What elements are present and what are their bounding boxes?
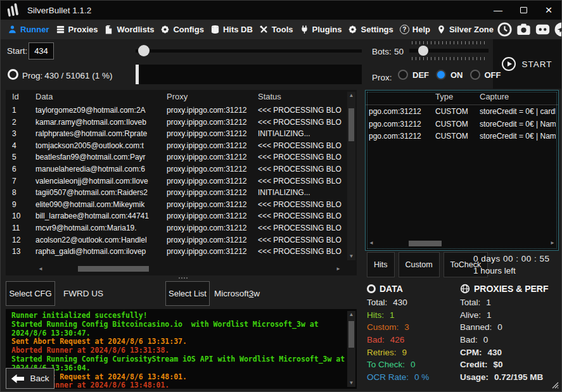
hit-row[interactable]: pgo.com:31212 CUSTOM storeCredit = 0€ | …: [366, 107, 557, 120]
maximize-button[interactable]: [511, 1, 536, 20]
history-icon[interactable]: [497, 22, 513, 37]
header-id[interactable]: Id: [12, 92, 32, 101]
select-wordlist-button[interactable]: Select List: [165, 281, 210, 306]
table-row[interactable]: 6 manuelaheredia@hotmail.com:6 proxy.ipi…: [6, 165, 347, 177]
nav-settings[interactable]: Settings: [345, 20, 396, 39]
cell-id: 4: [12, 141, 32, 150]
data-stat-rows: Total:430 Hits:1 Custom:3 Bad:426 Retrie…: [367, 298, 459, 385]
scroll-left-icon[interactable]: ◄: [369, 239, 374, 247]
vertical-scrollbar[interactable]: ▲ ▼: [347, 92, 355, 260]
start-position-input[interactable]: [29, 42, 54, 60]
vertical-scrollbar[interactable]: ▲ ▼: [347, 311, 355, 387]
stat-row: Total:430: [367, 298, 459, 310]
horizontal-scrollbar[interactable]: ◄ ►: [36, 264, 343, 274]
stat-row: Bad:426: [367, 335, 459, 348]
bots-slider[interactable]: [409, 41, 489, 60]
table-row[interactable]: 11 mcvr9@hotmail.com:Maria19. proxy.ipip…: [6, 224, 347, 236]
cell-status: <<< PROCESSING BLO: [258, 200, 347, 209]
select-config-button[interactable]: Select CFG: [6, 281, 55, 306]
nav-wordlists[interactable]: Wordlists: [101, 20, 157, 39]
scrollbar-track[interactable]: [374, 240, 550, 247]
scroll-down-icon[interactable]: ▼: [347, 379, 355, 387]
table-row[interactable]: 8 tagii0507@hotmail.com:Raiders2 proxy.i…: [6, 188, 347, 200]
cell-id: 10: [12, 212, 32, 220]
table-row[interactable]: 2 kamar.ramy@hotmail.com:Iloveb proxy.ip…: [6, 118, 347, 130]
database-icon: [210, 25, 220, 34]
discord-icon[interactable]: [535, 22, 551, 37]
scrollbar-thumb[interactable]: [348, 321, 354, 348]
cell-status: <<< PROCESSING BLO: [258, 165, 347, 174]
table-row[interactable]: 9 elite090@hotmail.com:Mikeymik proxy.ip…: [6, 200, 347, 212]
table-row[interactable]: 10 bill_larrabee@hotmail.com:44741 proxy…: [6, 212, 347, 224]
radio-def[interactable]: DEF: [398, 70, 429, 80]
scroll-right-icon[interactable]: ►: [334, 264, 343, 274]
cell-id: 9: [12, 200, 32, 209]
scroll-down-icon[interactable]: ▼: [347, 253, 355, 260]
back-button[interactable]: Back: [6, 368, 54, 389]
cell-id: 11: [12, 224, 32, 232]
cell-data: kamar.ramy@hotmail.com:Iloveb: [35, 118, 163, 127]
start-position-slider-thumb[interactable]: [138, 45, 150, 56]
slider-track[interactable]: [136, 49, 362, 53]
nav-runner[interactable]: Runner: [4, 20, 53, 39]
nav-tools[interactable]: Tools: [256, 20, 297, 39]
nav-silver-zone[interactable]: Silver Zone: [433, 20, 497, 39]
camera-icon[interactable]: [516, 22, 532, 37]
scrollbar-thumb[interactable]: [348, 108, 354, 141]
hit-row[interactable]: pgo.com:31212 CUSTOM storeCredit = 0€ | …: [366, 132, 557, 144]
scroll-left-icon[interactable]: ◄: [36, 264, 45, 274]
table-row[interactable]: 13 rapha_galdi@hotmail.com:ilovep proxy.…: [6, 247, 347, 259]
telegram-icon[interactable]: [554, 22, 562, 37]
minimize-button[interactable]: —: [485, 1, 511, 20]
header-proxy[interactable]: Proxy: [167, 92, 257, 101]
table-row[interactable]: 5 beatlesfan99@hotmail.com:Payr proxy.ip…: [6, 153, 347, 165]
globe-icon: [460, 284, 470, 294]
scrollbar-thumb[interactable]: [78, 266, 149, 272]
header-capture[interactable]: Capture: [480, 92, 556, 101]
tab-custom[interactable]: Custom: [399, 252, 440, 277]
header-data[interactable]: Data: [35, 92, 163, 101]
cell-proxy: proxy.ipipgo.com:31212: [167, 224, 257, 232]
resize-grip-icon[interactable]: [551, 381, 559, 389]
scroll-up-icon[interactable]: ▲: [347, 92, 355, 99]
slider-ticks: [412, 57, 486, 60]
radio-on[interactable]: ON: [436, 70, 463, 80]
table-row[interactable]: 4 tomjackson2005@outlook.com:t proxy.ipi…: [6, 141, 347, 153]
nav-help[interactable]: ? Help: [397, 20, 433, 39]
scrollbar-track[interactable]: [45, 265, 334, 272]
header-status[interactable]: Status: [258, 92, 347, 101]
scroll-up-icon[interactable]: ▲: [347, 311, 355, 319]
table-row[interactable]: 3 ralphprates@hotmail.com:Rprate proxy.i…: [6, 129, 347, 141]
nav-hitsdb[interactable]: Hits DB: [207, 20, 256, 39]
table-row[interactable]: 12 acolson22@outlook.com:Handlel proxy.i…: [6, 236, 347, 248]
tools-icon: [259, 25, 269, 34]
stat-row: To Check:0: [367, 360, 459, 372]
nav-configs[interactable]: Configs: [157, 20, 207, 39]
nav-proxies[interactable]: Proxies: [53, 20, 101, 39]
scrollbar-thumb[interactable]: [409, 241, 442, 246]
radio-off[interactable]: OFF: [470, 70, 501, 80]
cell-type: CUSTOM: [435, 120, 475, 129]
log-line: Sent Abort Request at 2024/8/6 13:31:37.: [11, 338, 345, 346]
tab-hits[interactable]: Hits: [367, 252, 395, 277]
cell-proxy: pgo.com:31212: [369, 120, 432, 129]
cell-status: INITIALIZING...: [258, 129, 347, 138]
hit-row[interactable]: pgo.com:31212 CUSTOM storeCredit = 0€ | …: [366, 120, 557, 132]
table-row[interactable]: 7 valencialeonjj@hotmail.com:Ilove proxy…: [6, 177, 347, 189]
table-row[interactable]: 1 taylorgomez09@hotmail.com:2A proxy.ipi…: [6, 106, 347, 118]
nav-plugins[interactable]: Plugins: [297, 20, 345, 39]
scroll-right-icon[interactable]: ►: [550, 239, 555, 247]
bots-slider-thumb[interactable]: [418, 46, 428, 56]
horizontal-scrollbar[interactable]: ◄ ►: [369, 239, 555, 248]
splitter-grip[interactable]: [179, 277, 188, 280]
header-type[interactable]: Type: [435, 92, 475, 101]
cell-data: tomjackson2005@outlook.com:t: [35, 141, 163, 150]
proxy-mode-radios: DEF ON OFF: [398, 70, 501, 80]
log-line: Started Running Config Bitcoincasino.io …: [11, 320, 345, 329]
start-position-slider[interactable]: [136, 45, 362, 56]
close-button[interactable]: ×: [536, 1, 561, 20]
start-button[interactable]: START: [493, 39, 561, 89]
gear-icon: [348, 25, 357, 34]
cell-id: 3: [12, 129, 32, 138]
cell-proxy: proxy.ipipgo.com:31212: [167, 200, 257, 209]
